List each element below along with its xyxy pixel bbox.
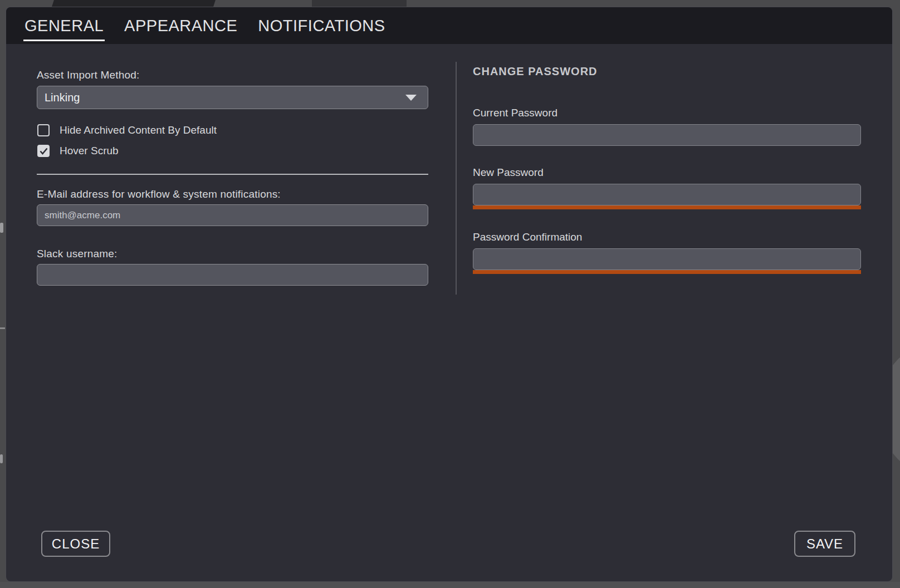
new-password-label: New Password: [473, 166, 861, 179]
background-app: [0, 454, 3, 463]
current-password-field: Current Password: [473, 107, 861, 146]
new-password-input[interactable]: [473, 184, 861, 205]
checkbox-box: [37, 124, 50, 136]
slack-username-label: Slack username:: [37, 248, 118, 260]
current-password-input[interactable]: [473, 124, 861, 146]
save-button[interactable]: SAVE: [794, 531, 855, 557]
validation-underline: [473, 205, 861, 209]
slack-username-input[interactable]: [37, 264, 428, 286]
background-app: [52, 0, 216, 7]
tab-appearance[interactable]: APPEARANCE: [123, 7, 238, 41]
chevron-down-icon: [405, 95, 417, 101]
hide-archived-checkbox[interactable]: Hide Archived Content By Default: [37, 124, 217, 136]
validation-underline: [473, 270, 861, 274]
checkmark-icon: [40, 148, 48, 155]
email-label: E-Mail address for workflow & system not…: [37, 188, 281, 200]
section-divider: [37, 174, 428, 175]
password-confirmation-field: Password Confirmation: [473, 231, 861, 274]
checkbox-box: [37, 145, 50, 157]
password-confirmation-input[interactable]: [473, 248, 861, 270]
asset-import-method-label: Asset Import Method:: [37, 69, 140, 81]
hover-scrub-checkbox[interactable]: Hover Scrub: [37, 145, 119, 157]
current-password-label: Current Password: [473, 107, 861, 119]
change-password-title: CHANGE PASSWORD: [473, 65, 598, 78]
background-app: [0, 582, 900, 588]
settings-dialog: GENERAL APPEARANCE NOTIFICATIONS Asset I…: [6, 7, 893, 582]
email-input[interactable]: [37, 204, 428, 226]
asset-import-method-select[interactable]: Linking: [37, 86, 428, 109]
close-button[interactable]: CLOSE: [41, 531, 110, 557]
background-app: [0, 327, 5, 329]
background-app: [0, 223, 3, 233]
new-password-field: New Password: [473, 166, 861, 209]
column-divider: [456, 62, 457, 295]
background-app: [312, 0, 407, 7]
asset-import-method-value: Linking: [45, 91, 405, 104]
hover-scrub-label: Hover Scrub: [60, 145, 119, 157]
tab-notifications[interactable]: NOTIFICATIONS: [257, 7, 386, 41]
settings-tab-bar: GENERAL APPEARANCE NOTIFICATIONS: [6, 7, 892, 44]
password-confirmation-label: Password Confirmation: [473, 231, 861, 243]
tab-general[interactable]: GENERAL: [23, 7, 105, 41]
hide-archived-label: Hide Archived Content By Default: [60, 124, 217, 136]
